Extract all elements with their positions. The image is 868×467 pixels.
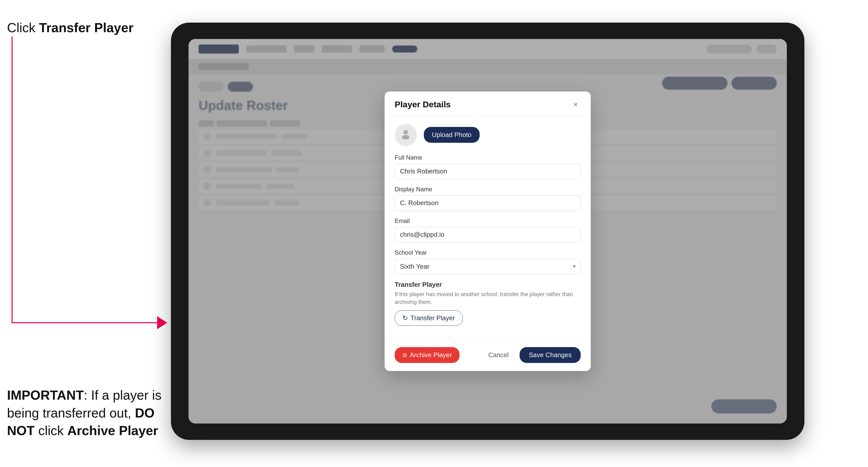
archive-player-button[interactable]: ⊘ Archive Player xyxy=(395,347,460,363)
transfer-player-button[interactable]: ↻ Transfer Player xyxy=(395,310,463,326)
school-year-group: School Year First Year Second Year Third… xyxy=(395,249,581,274)
instruction-bottom: IMPORTANT: If a player is being transfer… xyxy=(7,386,163,439)
archive-icon: ⊘ xyxy=(402,352,407,359)
email-input[interactable] xyxy=(395,227,581,243)
upload-photo-button[interactable]: Upload Photo xyxy=(424,127,479,143)
annotation-horizontal-line xyxy=(11,322,166,323)
modal-title: Player Details xyxy=(395,99,451,109)
email-label: Email xyxy=(395,217,581,224)
svg-point-1 xyxy=(402,135,409,139)
transfer-player-section: Transfer Player If this player has moved… xyxy=(395,281,581,326)
display-name-input[interactable] xyxy=(395,195,581,211)
school-year-select-wrapper: First Year Second Year Third Year Fourth… xyxy=(395,259,581,274)
full-name-group: Full Name xyxy=(395,154,581,179)
display-name-group: Display Name xyxy=(395,186,581,211)
avatar-row: Upload Photo xyxy=(395,124,581,146)
avatar-icon xyxy=(400,128,411,142)
player-details-modal: Player Details × xyxy=(384,92,591,371)
full-name-input[interactable] xyxy=(395,164,581,179)
annotation-vertical-line xyxy=(11,36,12,323)
instruction-top: Click Transfer Player xyxy=(7,20,133,35)
school-year-select[interactable]: First Year Second Year Third Year Fourth… xyxy=(395,259,581,274)
transfer-section-title: Transfer Player xyxy=(395,281,581,288)
school-year-label: School Year xyxy=(395,249,581,256)
modal-body: Upload Photo Full Name Display Name xyxy=(384,116,591,341)
cancel-button[interactable]: Cancel xyxy=(483,347,515,363)
modal-footer: ⊘ Archive Player Cancel Save Changes xyxy=(384,341,591,371)
annotation-arrow xyxy=(157,316,167,329)
email-group: Email xyxy=(395,217,581,243)
tablet-screen: Update Roster xyxy=(189,39,787,424)
transfer-description: If this player has moved to another scho… xyxy=(395,290,581,306)
save-changes-button[interactable]: Save Changes xyxy=(520,347,581,363)
avatar-circle xyxy=(395,124,417,146)
display-name-label: Display Name xyxy=(395,186,581,193)
full-name-label: Full Name xyxy=(395,154,581,161)
modal-overlay: Player Details × xyxy=(189,39,787,424)
svg-point-0 xyxy=(403,130,408,134)
modal-close-button[interactable]: × xyxy=(570,99,581,110)
tablet-frame: Update Roster xyxy=(171,23,804,440)
modal-header: Player Details × xyxy=(384,92,591,116)
transfer-icon: ↻ xyxy=(402,314,408,322)
